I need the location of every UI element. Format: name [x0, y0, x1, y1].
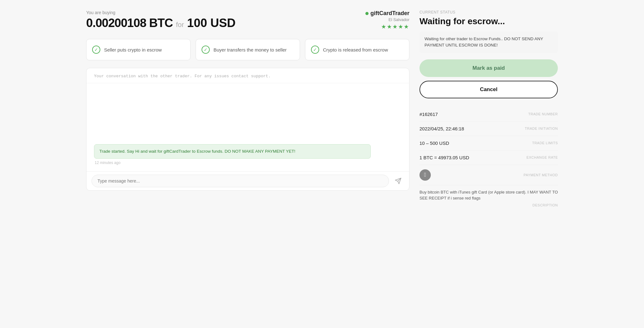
- chat-input[interactable]: [92, 175, 389, 187]
- chat-timestamp: 12 minutes ago: [95, 161, 402, 165]
- you-are-buying-label: You are buying: [86, 10, 236, 15]
- step-1-label: Seller puts crypto in escrow: [104, 46, 162, 53]
- payment-method-label: PAYMENT METHOD: [524, 173, 558, 177]
- step-3-label: Crypto is released from escrow: [323, 46, 388, 53]
- step-3-check: ✓: [311, 46, 319, 54]
- chat-message-bubble: Trade started. Say Hi and wait for giftC…: [94, 144, 371, 159]
- payment-method-row:  PAYMENT METHOD: [419, 165, 558, 185]
- trade-limits-value: 10 – 500 USD: [419, 140, 449, 146]
- status-warning-box: Waiting for other trader to Escrow Funds…: [419, 31, 558, 53]
- online-indicator: [365, 12, 369, 15]
- trader-location: El Salvador: [365, 17, 409, 22]
- description-text: Buy bitcoin BTC with iTunes gift Card (o…: [419, 185, 558, 201]
- step-1: ✓ Seller puts crypto in escrow: [86, 39, 191, 60]
- step-2: ✓ Buyer transfers the money to seller: [196, 39, 300, 60]
- step-1-check: ✓: [92, 46, 100, 54]
- exchange-rate-label: EXCHANGE RATE: [526, 156, 558, 159]
- trade-number-value: #162617: [419, 112, 438, 117]
- cancel-button[interactable]: Cancel: [419, 81, 558, 98]
- send-button[interactable]: [392, 175, 404, 187]
- trade-initiation-row: 2022/04/25, 22:46:18 TRADE INITIATION: [419, 122, 558, 136]
- for-text: for: [176, 21, 184, 29]
- trade-initiation-value: 2022/04/25, 22:46:18: [419, 126, 464, 131]
- exchange-rate-value: 1 BTC = 49973.05 USD: [419, 155, 469, 160]
- trade-amount: 0.00200108 BTC for 100 USD: [86, 16, 236, 30]
- apple-payment-icon: : [419, 169, 431, 181]
- mark-as-paid-button[interactable]: Mark as paid: [419, 59, 558, 77]
- trade-number-row: #162617 TRADE NUMBER: [419, 107, 558, 122]
- btc-amount: 0.00200108 BTC: [86, 16, 173, 30]
- chat-header-note: Your conversation with the other trader.…: [86, 68, 409, 83]
- step-2-label: Buyer transfers the money to seller: [214, 46, 287, 53]
- step-2-check: ✓: [202, 46, 210, 54]
- trade-limits-label: TRADE LIMITS: [532, 141, 558, 145]
- chat-messages: Trade started. Say Hi and wait for giftC…: [86, 83, 409, 171]
- steps-row: ✓ Seller puts crypto in escrow ✓ Buyer t…: [86, 39, 409, 60]
- trader-name: giftCardTrader: [365, 10, 409, 17]
- status-title: Waiting for escrow...: [419, 16, 558, 26]
- trade-limits-row: 10 – 500 USD TRADE LIMITS: [419, 136, 558, 150]
- send-icon: [395, 178, 402, 184]
- usd-amount: 100 USD: [187, 16, 236, 30]
- step-3: ✓ Crypto is released from escrow: [305, 39, 409, 60]
- chat-input-row: [86, 171, 409, 190]
- trader-info: giftCardTrader El Salvador ★★★★★: [365, 10, 409, 30]
- description-label: DESCRIPTION: [419, 201, 558, 207]
- chat-container: Your conversation with the other trader.…: [86, 68, 409, 191]
- trade-initiation-label: TRADE INITIATION: [525, 127, 558, 130]
- trader-stars: ★★★★★: [365, 23, 409, 30]
- trade-header: You are buying 0.00200108 BTC for 100 US…: [86, 10, 409, 30]
- trade-number-label: TRADE NUMBER: [528, 112, 558, 116]
- right-column: CURRENT STATUS Waiting for escrow... Wai…: [419, 10, 558, 207]
- current-status-label: CURRENT STATUS: [419, 10, 558, 14]
- left-column: You are buying 0.00200108 BTC for 100 US…: [86, 10, 409, 207]
- exchange-rate-row: 1 BTC = 49973.05 USD EXCHANGE RATE: [419, 150, 558, 165]
- trade-summary: You are buying 0.00200108 BTC for 100 US…: [86, 10, 236, 30]
